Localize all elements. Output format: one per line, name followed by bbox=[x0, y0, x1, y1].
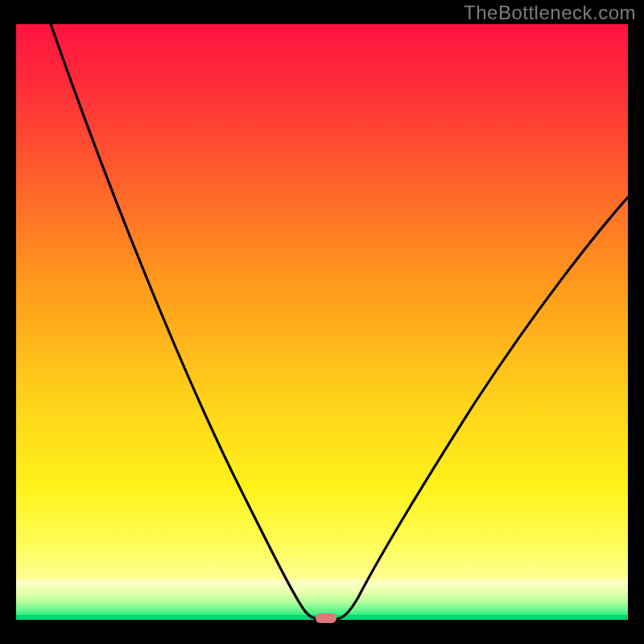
optimal-point-marker bbox=[316, 613, 336, 623]
watermark-text: TheBottleneck.com bbox=[464, 2, 636, 24]
bottleneck-chart bbox=[0, 0, 644, 644]
chart-container: TheBottleneck.com bbox=[0, 0, 644, 644]
plot-area bbox=[16, 24, 628, 620]
